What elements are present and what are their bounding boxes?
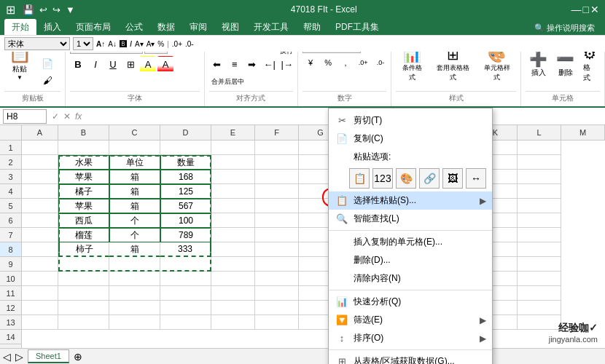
tab-pdf[interactable]: PDF工具集: [328, 19, 386, 36]
col-header-m[interactable]: M: [561, 125, 605, 140]
cell-e8[interactable]: [211, 242, 255, 257]
format-painter-button[interactable]: 🖌: [39, 72, 55, 88]
comma-button[interactable]: ,: [337, 55, 354, 71]
increase-decimal[interactable]: .0+: [355, 55, 371, 71]
tab-help[interactable]: 帮助: [296, 19, 328, 36]
cell-l5[interactable]: [518, 199, 561, 213]
paste-icon-5[interactable]: 🖼: [442, 168, 463, 189]
row-header-9[interactable]: 9: [0, 257, 21, 272]
row-header-10[interactable]: 10: [0, 272, 21, 286]
menu-copy[interactable]: 📄 复制(C): [329, 130, 492, 148]
font-color-button[interactable]: A: [157, 56, 173, 72]
cell-c1[interactable]: [109, 141, 160, 155]
col-header-f[interactable]: F: [255, 125, 299, 140]
cell-l8[interactable]: [518, 242, 561, 257]
tab-page-layout[interactable]: 页面布局: [69, 19, 118, 36]
cell-a1[interactable]: [22, 141, 58, 155]
menu-cut[interactable]: ✂ 剪切(T): [329, 111, 492, 130]
menu-clear[interactable]: 清除内容(N): [329, 269, 492, 288]
cell-a3[interactable]: [22, 170, 58, 184]
cell-f6[interactable]: [255, 213, 299, 228]
underline-button[interactable]: U: [105, 56, 121, 72]
mini-percent[interactable]: %: [157, 40, 164, 48]
col-header-c[interactable]: C: [109, 125, 160, 140]
cell-d3[interactable]: 168: [160, 170, 211, 184]
row-header-7[interactable]: 7: [0, 228, 21, 242]
col-header-e[interactable]: E: [211, 125, 255, 140]
delete-button[interactable]: ➖ 删除: [553, 47, 578, 81]
cell-f8[interactable]: [255, 242, 299, 257]
cell-c5[interactable]: 箱: [109, 199, 160, 213]
cell-c4[interactable]: 箱: [109, 184, 160, 199]
cell-c7[interactable]: 个: [109, 228, 160, 242]
menu-insert-copy[interactable]: 插入复制的单元格(E)...: [329, 233, 492, 251]
cell-e2[interactable]: [211, 155, 255, 170]
cell-b6[interactable]: 西瓜: [58, 213, 109, 228]
cell-d9[interactable]: [160, 257, 211, 272]
paste-icon-3[interactable]: 🎨: [396, 168, 416, 189]
maximize-button[interactable]: □: [583, 4, 589, 15]
tab-view[interactable]: 视图: [214, 19, 246, 36]
menu-delete[interactable]: 删除(D)...: [329, 251, 492, 269]
border-button[interactable]: ⊞: [122, 56, 138, 72]
nav-right-icon[interactable]: ▷: [15, 351, 23, 363]
row-header-6[interactable]: 6: [0, 213, 21, 228]
row-header-14[interactable]: 14: [0, 330, 21, 344]
col-header-l[interactable]: L: [518, 125, 561, 140]
cell-e4[interactable]: [211, 184, 255, 199]
cell-b5[interactable]: 苹果: [58, 199, 109, 213]
cell-b1[interactable]: [58, 141, 109, 155]
paste-icon-2[interactable]: 123: [372, 168, 393, 189]
percent-button[interactable]: %: [320, 55, 336, 71]
cell-c9[interactable]: [109, 257, 160, 272]
redo-button[interactable]: ↪: [51, 4, 62, 16]
cell-l1[interactable]: [518, 141, 561, 155]
menu-get-data[interactable]: ⊞ 从表格/区域获取数据(G)...: [329, 352, 492, 364]
row-header-13[interactable]: 13: [0, 315, 21, 330]
cell-d2[interactable]: 数量: [160, 155, 211, 170]
cell-b2[interactable]: 水果: [58, 155, 109, 170]
mini-font-select[interactable]: 宋体: [4, 37, 70, 50]
cell-b8[interactable]: 柿子: [58, 242, 109, 257]
cell-c6[interactable]: 个: [109, 213, 160, 228]
cell-l2[interactable]: [518, 155, 561, 170]
close-button[interactable]: ✕: [590, 4, 599, 15]
cell-a5[interactable]: [22, 199, 58, 213]
cell-c3[interactable]: 箱: [109, 170, 160, 184]
cell-c8[interactable]: 箱: [109, 242, 160, 257]
cell-l4[interactable]: [518, 184, 561, 199]
mini-fill[interactable]: A▾: [135, 40, 144, 48]
mini-font-color[interactable]: A▾: [147, 40, 155, 48]
row-header-4[interactable]: 4: [0, 184, 21, 199]
cell-e5[interactable]: [211, 199, 255, 213]
cell-l6[interactable]: [518, 213, 561, 228]
row-header-11[interactable]: 11: [0, 286, 21, 301]
add-sheet-button[interactable]: ⊕: [74, 351, 82, 363]
search-box[interactable]: 🔍 操作说明搜索: [528, 20, 601, 36]
cell-f1[interactable]: [255, 141, 299, 155]
merge-button[interactable]: 合并后居中: [209, 74, 246, 90]
menu-sort[interactable]: ↕ 排序(O) ▶: [329, 329, 492, 347]
copy-button[interactable]: 📄: [39, 55, 55, 71]
cell-d1[interactable]: [160, 141, 211, 155]
cell-e9[interactable]: [211, 257, 255, 272]
align-left[interactable]: ⬅: [209, 56, 225, 72]
row-header-5[interactable]: 5: [0, 199, 21, 213]
cell-l3[interactable]: [518, 170, 561, 184]
cell-e1[interactable]: [211, 141, 255, 155]
paste-icon-4[interactable]: 🔗: [419, 168, 440, 189]
cell-d4[interactable]: 125: [160, 184, 211, 199]
cell-e7[interactable]: [211, 228, 255, 242]
cell-f9[interactable]: [255, 257, 299, 272]
align-right[interactable]: ➡: [244, 56, 260, 72]
cell-a6[interactable]: [22, 213, 58, 228]
sheet-tab-1[interactable]: Sheet1: [28, 349, 69, 363]
col-header-b[interactable]: B: [58, 125, 109, 140]
decrease-decimal[interactable]: .0-: [372, 55, 389, 71]
italic-button[interactable]: I: [87, 56, 104, 72]
undo-button[interactable]: ↩: [38, 4, 49, 16]
paste-icon-6[interactable]: ↔: [466, 168, 486, 189]
cell-l7[interactable]: [518, 228, 561, 242]
paste-dropdown[interactable]: ▼: [17, 74, 23, 81]
cell-d5[interactable]: 567: [160, 199, 211, 213]
